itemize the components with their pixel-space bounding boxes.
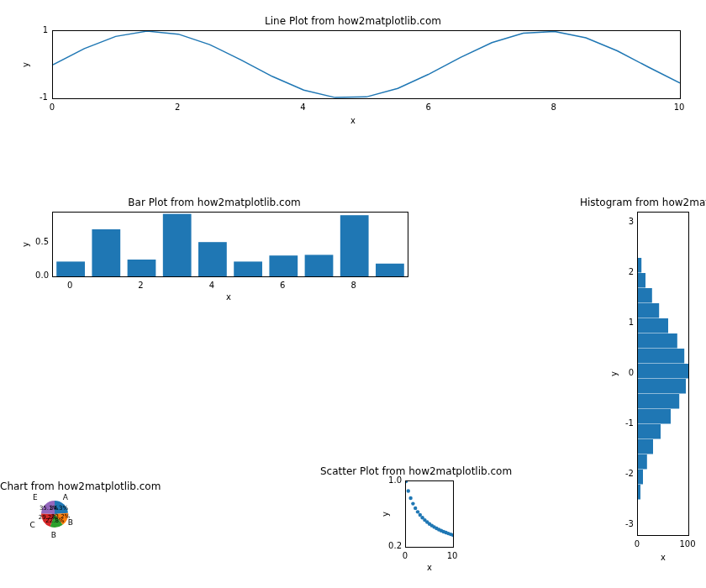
line-chart-xlabel: x [350,116,356,125]
histogram-chart-ytick-label: -1 [620,418,634,428]
bar-chart-title: Bar Plot from how2matplotlib.com [0,197,429,208]
bar [128,260,156,276]
histogram-chart: Histogram from how2matplotlib.com 0100 -… [572,193,706,580]
bar-chart-ytick-label: 0.0 [32,270,49,280]
histogram-chart-xtick-label: 100 [679,539,695,549]
histogram-chart-ytick-label: 0 [620,368,634,377]
histogram-bar [638,424,661,439]
bar [56,261,85,276]
pie-slice-percent: 29.2% [39,514,57,521]
scatter-chart-plot-area [405,480,454,548]
histogram-chart-xtick-label: 0 [635,539,640,549]
histogram-bar [638,409,671,424]
histogram-bar [638,273,645,288]
histogram-chart-ytick-label: 3 [620,217,634,226]
pie-chart-title: Chart from how2matplotlib.com [0,480,151,492]
pie-slice-label: C [29,521,34,529]
line-chart: Line Plot from how2matplotlib.com 024681… [0,0,706,134]
bar-chart: Bar Plot from how2matplotlib.com 02468 0… [0,193,429,311]
scatter-chart-ytick-label: 0.2 [383,541,402,550]
histogram-chart-plot-area [637,212,689,536]
histogram-bar [638,258,641,273]
pie-chart: Chart from how2matplotlib.com A34.3%B23.… [0,470,151,571]
scatter-chart-xtick-label: 0 [403,551,408,560]
line-chart-xtick-label: 4 [300,102,305,112]
histogram-bar [638,470,643,485]
line-chart-xtick-label: 6 [425,102,430,112]
scatter-point [411,501,414,505]
histogram-chart-ytick-label: 2 [620,267,634,276]
histogram-bar [638,333,677,349]
line-series [53,31,680,97]
bar [198,242,227,276]
pie-slice-percent: 35.1% [40,505,58,512]
scatter-chart-xlabel: x [427,563,432,572]
bar-chart-ylabel: y [21,242,30,247]
scatter-point [407,489,410,492]
line-chart-xtick-label: 0 [50,102,55,112]
pie-slice-label: A [63,493,68,501]
histogram-chart-xlabel: x [661,553,666,562]
bar [92,229,120,276]
bar-chart-xtick-label: 8 [351,281,356,290]
bar [305,255,334,276]
bar [163,214,192,276]
line-chart-ytick-label: -1 [14,92,48,102]
histogram-chart-ytick-label: -3 [620,519,634,528]
scatter-point [406,481,408,483]
histogram-bar [638,454,647,470]
histogram-bar [638,439,653,454]
line-chart-plot-area [52,30,681,99]
bar [234,261,262,276]
line-chart-title: Line Plot from how2matplotlib.com [0,15,706,27]
bar-chart-xtick-label: 0 [67,281,72,290]
bar-chart-xtick-label: 2 [138,281,143,290]
line-chart-xtick-label: 8 [551,102,556,112]
line-chart-xtick-label: 10 [674,102,685,112]
scatter-chart: Scatter Plot from how2matplotlib.com 010… [311,462,521,580]
histogram-bar [638,379,686,394]
bar-chart-xlabel: x [226,292,231,302]
histogram-bar [638,349,684,364]
scatter-point [414,507,417,510]
histogram-chart-ytick-label: -2 [620,469,634,478]
bar [269,255,298,276]
histogram-chart-ytick-label: 1 [620,318,634,327]
pie-slice-label: B [51,531,56,539]
bar [340,215,369,276]
bar-chart-xtick-label: 4 [209,281,214,290]
scatter-chart-ytick-label: 1.0 [383,475,402,485]
bar-chart-plot-area [52,212,408,277]
histogram-bar [638,394,679,409]
line-chart-ylabel: y [21,62,30,67]
scatter-chart-title: Scatter Plot from how2matplotlib.com [311,465,521,477]
histogram-bar [638,485,640,500]
scatter-chart-xtick-label: 10 [447,551,458,560]
scatter-point [408,496,412,500]
histogram-chart-title: Histogram from how2matplotlib.com [572,197,706,208]
histogram-bar [638,318,668,333]
histogram-bar [638,364,688,379]
pie-slice-label: E [33,493,38,501]
histogram-bar [638,303,659,318]
histogram-chart-ylabel: y [609,371,619,376]
histogram-bar [638,288,652,303]
scatter-point [416,510,419,513]
line-chart-ytick-label: 1 [14,25,48,34]
scatter-chart-ylabel: y [381,512,390,517]
bar-chart-xtick-label: 6 [280,281,285,290]
bar-chart-ytick-label: 0.5 [32,237,49,246]
bar [376,264,404,276]
line-chart-xtick-label: 2 [175,102,180,112]
